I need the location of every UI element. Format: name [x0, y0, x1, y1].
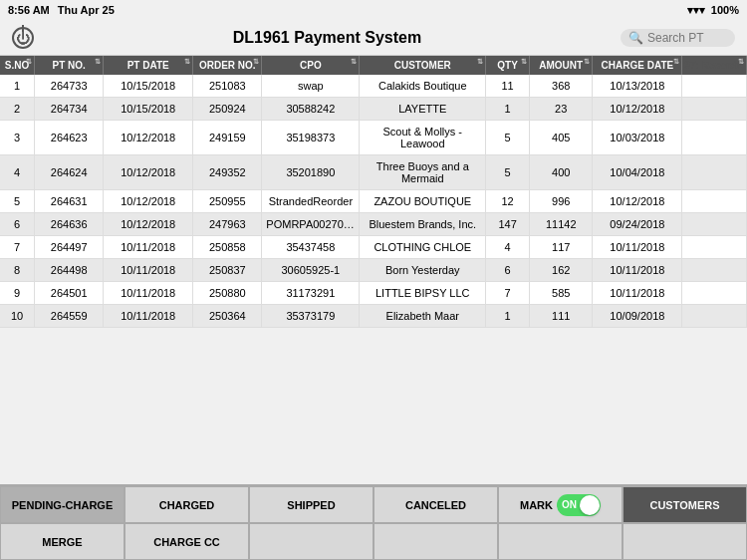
cell-qty: 5 — [486, 155, 530, 190]
cell-qty: 6 — [486, 259, 530, 282]
table-row[interactable]: 926450110/11/201825088031173291LITTLE BI… — [0, 282, 747, 305]
cell-chargedate: 10/12/2018 — [593, 190, 682, 213]
cell-orderno: 250955 — [193, 190, 262, 213]
btn-empty-4 — [622, 523, 747, 560]
cell-records — [682, 259, 747, 282]
cell-ptno: 264497 — [35, 236, 104, 259]
btn-merge[interactable]: MERGE — [0, 523, 124, 560]
cell-sno: 9 — [0, 282, 35, 305]
table-row[interactable]: 426462410/12/201824935235201890Three Buo… — [0, 155, 747, 190]
btn-mark[interactable]: MARK ON — [498, 486, 622, 523]
status-time: 8:56 AM — [8, 4, 50, 16]
cell-qty: 12 — [486, 190, 530, 213]
cell-ptdate: 10/15/2018 — [104, 98, 193, 121]
mark-toggle[interactable]: ON — [557, 494, 601, 516]
cell-chargedate: 10/11/2018 — [593, 259, 682, 282]
cell-ptno: 264624 — [35, 155, 104, 190]
search-input[interactable] — [647, 31, 727, 45]
cell-customer: Calakids Boutique — [360, 75, 486, 98]
cell-sno: 3 — [0, 121, 35, 155]
cell-customer: Scout & Mollys - Leawood — [360, 121, 486, 155]
col-header-chargedate[interactable]: CHARGE DATE⇅ — [593, 56, 682, 75]
col-header-qty[interactable]: QTY⇅ — [486, 56, 530, 75]
table-row[interactable]: 1026455910/11/201825036435373179Elizabet… — [0, 305, 747, 328]
cell-records — [682, 282, 747, 305]
cell-cpo: StrandedReorder — [262, 190, 360, 213]
toggle-on-label: ON — [562, 499, 577, 510]
btn-pending-charge[interactable]: PENDING-CHARGE — [0, 486, 124, 523]
table-body: 126473310/15/2018251083swapCalakids Bout… — [0, 75, 747, 328]
cell-sno: 4 — [0, 155, 35, 190]
cell-ptdate: 10/11/2018 — [104, 259, 193, 282]
cell-cpo: swap — [262, 75, 360, 98]
col-header-ptdate[interactable]: PT DATE⇅ — [104, 56, 193, 75]
cell-records — [682, 190, 747, 213]
btn-canceled[interactable]: CANCELED — [374, 486, 498, 523]
cell-orderno: 250837 — [193, 259, 262, 282]
cell-qty: 11 — [486, 75, 530, 98]
btn-customers[interactable]: CUSTOMERS — [622, 486, 747, 523]
status-bar: 8:56 AM Thu Apr 25 ▾▾▾ 100% — [0, 0, 747, 20]
cell-ptno: 264734 — [35, 98, 104, 121]
cell-ptno: 264623 — [35, 121, 104, 155]
cell-ptdate: 10/12/2018 — [104, 121, 193, 155]
toggle-knob — [580, 495, 600, 515]
cell-cpo: 35373179 — [262, 305, 360, 328]
btn-charge-cc[interactable]: CHARGE CC — [124, 523, 249, 560]
cell-records — [682, 98, 747, 121]
cell-customer: Born Yesterday — [360, 259, 486, 282]
table-row[interactable]: 626463610/12/2018247963POMRPA00270024Blu… — [0, 213, 747, 236]
table-row[interactable]: 326462310/12/201824915935198373Scout & M… — [0, 121, 747, 155]
table-row[interactable]: 826449810/11/201825083730605925-1Born Ye… — [0, 259, 747, 282]
cell-cpo: 35437458 — [262, 236, 360, 259]
cell-customer: CLOTHING CHLOE — [360, 236, 486, 259]
col-header-records[interactable]: 97: Records⇅ — [682, 56, 747, 75]
table-row[interactable]: 526463110/12/2018250955StrandedReorderZA… — [0, 190, 747, 213]
cell-records — [682, 213, 747, 236]
cell-chargedate: 10/11/2018 — [593, 236, 682, 259]
col-header-amount[interactable]: AMOUNT⇅ — [530, 56, 593, 75]
cell-qty: 1 — [486, 98, 530, 121]
cell-ptno: 264636 — [35, 213, 104, 236]
cell-orderno: 247963 — [193, 213, 262, 236]
cell-sno: 10 — [0, 305, 35, 328]
power-icon[interactable]: ⏻ — [12, 27, 34, 49]
cell-amount: 400 — [530, 155, 593, 190]
data-table: S.NO⇅ PT NO.⇅ PT DATE⇅ ORDER NO.⇅ CPO⇅ C… — [0, 56, 747, 328]
col-header-customer[interactable]: CUSTOMER⇅ — [360, 56, 486, 75]
cell-qty: 1 — [486, 305, 530, 328]
search-box[interactable]: 🔍 — [621, 29, 735, 47]
cell-sno: 1 — [0, 75, 35, 98]
cell-cpo: 35198373 — [262, 121, 360, 155]
mark-label: MARK — [520, 499, 553, 511]
cell-customer: LAYETTE — [360, 98, 486, 121]
cell-ptno: 264631 — [35, 190, 104, 213]
col-header-ptno[interactable]: PT NO.⇅ — [35, 56, 104, 75]
cell-amount: 996 — [530, 190, 593, 213]
cell-qty: 147 — [486, 213, 530, 236]
wifi-icon: ▾▾▾ — [687, 4, 705, 17]
cell-ptno: 264498 — [35, 259, 104, 282]
btn-shipped[interactable]: SHIPPED — [249, 486, 374, 523]
cell-chargedate: 10/13/2018 — [593, 75, 682, 98]
table-row[interactable]: 226473410/15/201825092430588242LAYETTE12… — [0, 98, 747, 121]
col-header-sno[interactable]: S.NO⇅ — [0, 56, 35, 75]
bottom-toolbar: PENDING-CHARGE CHARGED SHIPPED CANCELED … — [0, 484, 747, 560]
cell-qty: 5 — [486, 121, 530, 155]
cell-ptno: 264733 — [35, 75, 104, 98]
cell-orderno: 249352 — [193, 155, 262, 190]
cell-chargedate: 10/09/2018 — [593, 305, 682, 328]
cell-customer: Three Buoys and a Mermaid — [360, 155, 486, 190]
table-row[interactable]: 726449710/11/201825085835437458CLOTHING … — [0, 236, 747, 259]
cell-amount: 23 — [530, 98, 593, 121]
col-header-orderno[interactable]: ORDER NO.⇅ — [193, 56, 262, 75]
col-header-cpo[interactable]: CPO⇅ — [262, 56, 360, 75]
btn-charged[interactable]: CHARGED — [124, 486, 249, 523]
cell-amount: 162 — [530, 259, 593, 282]
data-table-container: S.NO⇅ PT NO.⇅ PT DATE⇅ ORDER NO.⇅ CPO⇅ C… — [0, 56, 747, 484]
cell-ptdate: 10/11/2018 — [104, 236, 193, 259]
table-row[interactable]: 126473310/15/2018251083swapCalakids Bout… — [0, 75, 747, 98]
table-header-row: S.NO⇅ PT NO.⇅ PT DATE⇅ ORDER NO.⇅ CPO⇅ C… — [0, 56, 747, 75]
btn-empty-2 — [374, 523, 498, 560]
cell-sno: 5 — [0, 190, 35, 213]
